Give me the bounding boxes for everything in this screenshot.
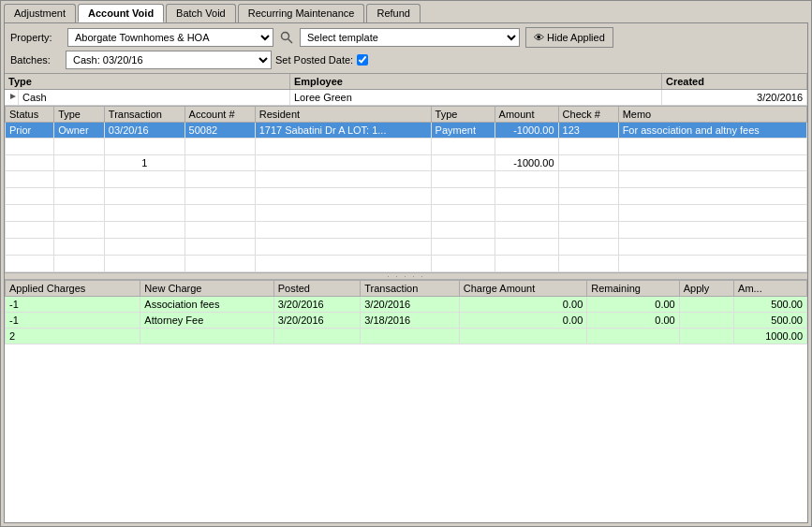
applied-apply-1: [679, 313, 733, 329]
th-remaining: Remaining: [587, 281, 679, 297]
trans-type-0: Owner: [54, 123, 105, 139]
applied-applied-0: -1: [6, 297, 140, 313]
main-container: Adjustment Account Void Batch Void Recur…: [0, 0, 812, 527]
tabs-bar: Adjustment Account Void Batch Void Recur…: [1, 1, 811, 22]
trans-row-empty-2: [6, 171, 807, 188]
applied-new-charge-0: Association fees: [140, 297, 273, 313]
batch-expand[interactable]: [5, 90, 19, 105]
trans-row-0[interactable]: Prior Owner 03/20/16 50082 1717 Sabatini…: [6, 123, 807, 139]
set-posted-date-label: Set Posted Date:: [275, 54, 353, 66]
trans-row-empty-1: [6, 139, 807, 155]
th-transaction: Transaction: [104, 107, 185, 123]
trans-amount-0: -1000.00: [495, 123, 558, 139]
tab-recurring-maintenance[interactable]: Recurring Maintenance: [238, 4, 365, 22]
th-new-charge: New Charge: [140, 281, 273, 297]
batch-created-header: Created: [662, 74, 807, 89]
trans-resident-0: 1717 Sabatini Dr A LOT: 1...: [255, 123, 431, 139]
search-icon[interactable]: [279, 30, 294, 45]
th-resident: Resident: [255, 107, 431, 123]
applied-transaction-0: 3/20/2016: [361, 297, 460, 313]
th-type2: Type: [431, 107, 495, 123]
applied-row-total: 2 1000.00: [6, 329, 807, 344]
batch-data-row: Cash Loree Green 3/20/2016: [5, 90, 807, 106]
trans-row-empty-5: [6, 222, 807, 239]
applied-charge-amount-1: 0.00: [459, 313, 587, 329]
tab-batch-void[interactable]: Batch Void: [166, 4, 236, 22]
applied-applied-1: -1: [6, 313, 140, 329]
table-area: Type Employee Created Cash Loree Green 3…: [5, 74, 807, 522]
set-posted-date-checkbox[interactable]: [357, 54, 368, 66]
batches-select[interactable]: Cash: 03/20/16: [66, 51, 272, 69]
template-select-wrapper: Select template: [300, 28, 520, 47]
property-select-wrapper: Aborgate Townhomes & HOA: [67, 28, 273, 47]
trans-row-total: 1 -1000.00: [6, 155, 807, 171]
th-trans: Transaction: [361, 281, 460, 297]
applied-charge-amount-0: 0.00: [459, 297, 587, 313]
th-apply: Apply: [679, 281, 733, 297]
trans-header-row: Status Type Transaction Account # Reside…: [6, 107, 807, 123]
th-charge-amount: Charge Amount: [459, 281, 587, 297]
transaction-scroll-area[interactable]: Status Type Transaction Account # Reside…: [5, 106, 807, 272]
batch-employee-header: Employee: [290, 74, 662, 89]
splitter[interactable]: · · · · ·: [5, 272, 807, 280]
batches-label: Batches:: [10, 54, 62, 66]
trans-status-0: Prior: [6, 123, 54, 139]
tab-adjustment[interactable]: Adjustment: [4, 4, 76, 22]
tab-refund[interactable]: Refund: [366, 4, 420, 22]
trans-row-empty-7: [6, 256, 807, 272]
applied-remaining-1: 0.00: [587, 313, 679, 329]
th-memo: Memo: [618, 107, 806, 123]
hide-applied-label: Hide Applied: [547, 32, 605, 43]
applied-posted-1: 3/20/2016: [273, 313, 361, 329]
applied-amount-0: 500.00: [734, 297, 807, 313]
svg-marker-2: [10, 94, 16, 99]
hide-applied-icon: 👁: [534, 32, 544, 43]
th-account: Account #: [185, 107, 255, 123]
transaction-table: Status Type Transaction Account # Reside…: [5, 106, 807, 272]
batch-header: Type Employee Created: [5, 74, 807, 90]
trans-total-amount: -1000.00: [495, 155, 558, 171]
trans-total-count: 1: [104, 155, 185, 171]
applied-amount-1: 500.00: [734, 313, 807, 329]
applied-row-1[interactable]: -1 Attorney Fee 3/20/2016 3/18/2016 0.00…: [6, 313, 807, 329]
applied-total-label: 2: [6, 329, 140, 344]
th-status: Status: [6, 107, 54, 123]
th-applied: Applied Charges: [6, 281, 140, 297]
applied-total-amount: 1000.00: [734, 329, 807, 344]
toolbar-row-1: Property: Aborgate Townhomes & HOA Selec…: [10, 27, 802, 48]
batches-select-wrapper: Cash: 03/20/16: [66, 51, 272, 69]
applied-remaining-0: 0.00: [587, 297, 679, 313]
th-am: Am...: [734, 281, 807, 297]
applied-transaction-1: 3/18/2016: [361, 313, 460, 329]
applied-new-charge-1: Attorney Fee: [140, 313, 273, 329]
batch-type-cell: Cash: [19, 90, 290, 105]
batch-employee-cell: Loree Green: [290, 90, 662, 105]
th-posted: Posted: [273, 281, 361, 297]
th-type: Type: [54, 107, 105, 123]
trans-transaction-0: 03/20/16: [104, 123, 185, 139]
th-amount: Amount: [495, 107, 558, 123]
trans-row-empty-4: [6, 205, 807, 222]
applied-apply-0: [679, 297, 733, 313]
batch-created-cell: 3/20/2016: [662, 90, 807, 105]
toolbar: Property: Aborgate Townhomes & HOA Selec…: [5, 23, 807, 74]
trans-check-0: 123: [558, 123, 618, 139]
svg-line-1: [288, 39, 293, 44]
content-area: Property: Aborgate Townhomes & HOA Selec…: [4, 22, 808, 523]
applied-row-0[interactable]: -1 Association fees 3/20/2016 3/20/2016 …: [6, 297, 807, 313]
hide-applied-button[interactable]: 👁 Hide Applied: [525, 27, 613, 48]
tab-account-void[interactable]: Account Void: [78, 4, 164, 22]
th-check: Check #: [558, 107, 618, 123]
property-select[interactable]: Aborgate Townhomes & HOA: [67, 28, 273, 47]
applied-area: Applied Charges New Charge Posted Transa…: [5, 280, 807, 344]
svg-point-0: [282, 33, 289, 40]
property-label: Property:: [10, 32, 62, 43]
trans-account-0: 50082: [185, 123, 255, 139]
trans-row-empty-6: [6, 239, 807, 256]
trans-transtype-0: Payment: [431, 123, 495, 139]
batch-type-header: Type: [5, 74, 290, 89]
toolbar-row-2: Batches: Cash: 03/20/16 Set Posted Date:: [10, 51, 802, 69]
template-select[interactable]: Select template: [300, 28, 520, 47]
applied-header-row: Applied Charges New Charge Posted Transa…: [6, 281, 807, 297]
trans-memo-0: For association and altny fees: [618, 123, 806, 139]
